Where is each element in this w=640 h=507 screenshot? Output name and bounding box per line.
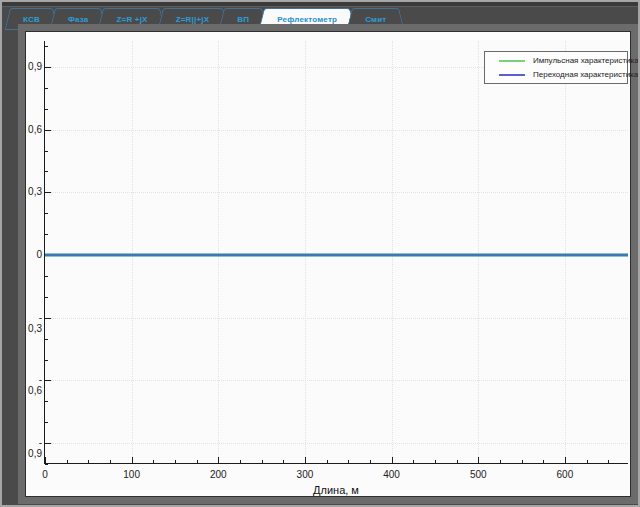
x-minor-tick xyxy=(522,460,523,463)
gridline-vertical xyxy=(305,41,306,463)
x-tick-label: 600 xyxy=(548,469,582,480)
y-minor-tick xyxy=(45,401,48,402)
y-major-tick xyxy=(45,318,51,319)
legend-line-swatch xyxy=(499,60,525,62)
gridline-horizontal xyxy=(45,318,628,319)
tab-faza[interactable]: Фаза xyxy=(55,8,102,30)
tab-bar: КСВФазаZ=R +jXZ=R||+jXВПРефлектометрСмит xyxy=(10,6,638,30)
x-minor-tick xyxy=(327,460,328,463)
gridline-vertical xyxy=(218,41,219,463)
y-minor-tick xyxy=(45,360,48,361)
y-minor-tick xyxy=(45,88,48,89)
tab-label: КСВ xyxy=(23,15,40,24)
y-minor-tick xyxy=(45,422,48,423)
x-minor-tick xyxy=(110,460,111,463)
y-major-tick xyxy=(45,67,51,68)
y-tick-label: 0 xyxy=(23,249,42,260)
x-minor-tick xyxy=(500,460,501,463)
legend-line-swatch xyxy=(499,74,525,76)
y-minor-tick xyxy=(45,276,48,277)
gridline-horizontal xyxy=(45,380,628,381)
y-tick-label: 0,3 xyxy=(23,186,42,197)
x-minor-tick xyxy=(197,460,198,463)
x-minor-tick xyxy=(67,460,68,463)
x-minor-tick xyxy=(348,460,349,463)
x-minor-tick xyxy=(283,460,284,463)
x-tick-label: 400 xyxy=(375,469,409,480)
y-tick-label: - 0,6 xyxy=(23,374,42,396)
gridline-horizontal xyxy=(45,192,628,193)
x-minor-tick xyxy=(88,460,89,463)
gridline-vertical xyxy=(478,41,479,463)
x-minor-tick xyxy=(240,460,241,463)
app-window: КСВФазаZ=R +jXZ=R||+jXВПРефлектометрСмит… xyxy=(0,0,640,507)
tab-z-series[interactable]: Z=R +jX xyxy=(103,8,160,30)
x-minor-tick xyxy=(413,460,414,463)
tab-label: Рефлектометр xyxy=(277,15,337,24)
x-minor-tick xyxy=(587,460,588,463)
x-tick-label: 0 xyxy=(28,469,62,480)
tab-label: Z=R +jX xyxy=(116,15,147,24)
y-major-tick xyxy=(45,192,51,193)
y-minor-tick xyxy=(45,151,48,152)
chart-panel: 01002003004005006000,90,60,30- 0,3- 0,6-… xyxy=(25,31,631,497)
legend-label: Импульсная характеристика xyxy=(533,56,639,65)
y-minor-tick xyxy=(45,171,48,172)
y-minor-tick xyxy=(45,109,48,110)
legend-box: Импульсная характеристикаПереходная хара… xyxy=(484,51,628,84)
gridline-horizontal xyxy=(45,130,628,131)
gridline-vertical xyxy=(565,41,566,463)
x-minor-tick xyxy=(153,460,154,463)
x-tick-label: 200 xyxy=(201,469,235,480)
x-minor-tick xyxy=(608,460,609,463)
x-minor-tick xyxy=(457,460,458,463)
tab-ksv[interactable]: КСВ xyxy=(10,8,53,30)
y-major-tick xyxy=(45,130,51,131)
tab-label: ВП xyxy=(237,15,249,24)
x-minor-tick xyxy=(175,460,176,463)
y-minor-tick xyxy=(45,297,48,298)
y-tick-label: 0,9 xyxy=(23,61,42,72)
gridline-vertical xyxy=(392,41,393,463)
tab-reflectometer[interactable]: Рефлектометр xyxy=(264,8,350,30)
y-minor-tick xyxy=(45,464,48,465)
y-tick-label: - 0,3 xyxy=(23,312,42,334)
tab-label: Z=R||+jX xyxy=(176,15,210,24)
y-tick-label: 0,6 xyxy=(23,124,42,135)
y-tick-label: - 0,9 xyxy=(23,437,42,459)
y-major-tick xyxy=(45,443,51,444)
plot-area[interactable]: 01002003004005006000,90,60,30- 0,3- 0,6-… xyxy=(44,41,628,464)
gridline-vertical xyxy=(132,41,133,463)
tab-smith[interactable]: Смит xyxy=(352,8,399,30)
legend-item: Переходная характеристика xyxy=(485,69,627,80)
y-minor-tick xyxy=(45,46,48,47)
tab-label: Фаза xyxy=(68,15,89,24)
x-major-tick xyxy=(565,457,566,463)
x-axis-title: Длина, м xyxy=(44,484,628,496)
x-major-tick xyxy=(305,457,306,463)
tab-z-parallel[interactable]: Z=R||+jX xyxy=(163,8,223,30)
x-minor-tick xyxy=(370,460,371,463)
series-line-1 xyxy=(45,254,628,256)
x-major-tick xyxy=(132,457,133,463)
y-major-tick xyxy=(45,380,51,381)
x-minor-tick xyxy=(262,460,263,463)
x-major-tick xyxy=(392,457,393,463)
gridline-horizontal xyxy=(45,443,628,444)
tab-vp[interactable]: ВП xyxy=(224,8,262,30)
tab-label: Смит xyxy=(365,15,386,24)
legend-item: Импульсная характеристика xyxy=(485,55,627,66)
x-tick-label: 300 xyxy=(288,469,322,480)
x-major-tick xyxy=(478,457,479,463)
x-major-tick xyxy=(45,457,46,463)
x-tick-label: 500 xyxy=(461,469,495,480)
legend-label: Переходная характеристика xyxy=(533,70,638,79)
y-minor-tick xyxy=(45,339,48,340)
y-minor-tick xyxy=(45,234,48,235)
y-minor-tick xyxy=(45,213,48,214)
x-minor-tick xyxy=(435,460,436,463)
x-major-tick xyxy=(218,457,219,463)
x-tick-label: 100 xyxy=(115,469,149,480)
x-minor-tick xyxy=(543,460,544,463)
